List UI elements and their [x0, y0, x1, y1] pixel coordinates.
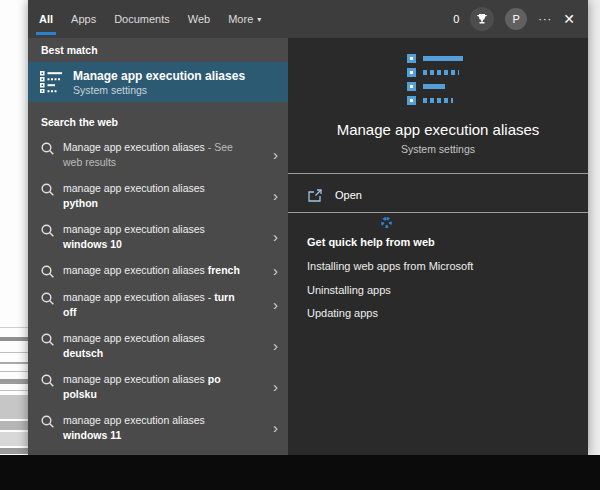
- desktop-line: [0, 395, 28, 419]
- web-suggestion[interactable]: Manage app execution aliases - See web r…: [28, 134, 288, 175]
- open-label: Open: [335, 189, 362, 201]
- rewards-trophy-icon[interactable]: [470, 7, 494, 31]
- search-icon: [41, 292, 54, 305]
- web-suggestion[interactable]: manage app execution aliases python ›: [28, 175, 288, 216]
- desktop-line: [0, 448, 28, 454]
- preview-panel: Manage app execution aliases System sett…: [288, 38, 588, 455]
- desktop-line: [0, 362, 28, 364]
- search-icon: [41, 224, 54, 237]
- best-match-result[interactable]: Manage app execution aliases System sett…: [28, 62, 288, 102]
- web-suggestion[interactable]: manage app execution aliases deutsch ›: [28, 325, 288, 366]
- windows-search-screen: All Apps Documents Web More▾ 0 P ··· ✕ B…: [0, 0, 600, 490]
- web-suggestion[interactable]: manage app execution aliases windows 11 …: [28, 407, 288, 448]
- search-icon: [41, 415, 54, 428]
- search-panels: Best match: [28, 38, 588, 455]
- results-panel: Best match: [28, 38, 288, 455]
- best-match-text: Manage app execution aliases System sett…: [73, 69, 245, 96]
- topbar-actions: 0 P ··· ✕: [453, 7, 588, 31]
- desktop-line: [0, 327, 28, 328]
- app-execution-aliases-icon-large: [407, 54, 469, 108]
- tab-documents[interactable]: Documents: [114, 0, 170, 38]
- divider: [288, 173, 588, 174]
- desktop-line: [0, 421, 28, 430]
- search-icon: [41, 265, 54, 278]
- chevron-down-icon: ▾: [257, 15, 261, 24]
- chevron-right-icon[interactable]: ›: [273, 265, 280, 277]
- suggestion-text: manage app execution aliases po polsku: [63, 372, 251, 401]
- best-match-subtitle: System settings: [73, 84, 245, 96]
- tab-more[interactable]: More▾: [228, 0, 261, 38]
- chevron-right-icon[interactable]: ›: [273, 149, 280, 161]
- help-link[interactable]: Installing web apps from Microsoft: [307, 260, 473, 272]
- preview-title: Manage app execution aliases: [288, 121, 588, 138]
- chevron-right-icon[interactable]: ›: [273, 190, 280, 202]
- open-action[interactable]: Open: [288, 179, 588, 211]
- tab-apps[interactable]: Apps: [71, 0, 96, 38]
- more-options-icon[interactable]: ···: [538, 13, 552, 25]
- tab-all[interactable]: All: [39, 0, 53, 38]
- web-suggestion[interactable]: manage app execution aliases french ›: [28, 257, 288, 284]
- search-web-header: Search the web: [28, 112, 288, 134]
- desktop-line: [0, 390, 28, 391]
- quick-help-header: Get quick help from web: [307, 236, 435, 248]
- help-link[interactable]: Updating apps: [307, 307, 378, 319]
- desktop-line: [0, 379, 28, 384]
- desktop-line: [0, 371, 28, 372]
- tab-web[interactable]: Web: [188, 0, 210, 38]
- suggestion-text: manage app execution aliases windows 10: [63, 222, 251, 251]
- search-flyout: All Apps Documents Web More▾ 0 P ··· ✕ B…: [28, 0, 588, 455]
- desktop-background-right: [588, 0, 600, 455]
- preview-subtitle: System settings: [288, 143, 588, 155]
- suggestion-text: Manage app execution aliases - See web r…: [63, 140, 251, 169]
- best-match-header: Best match: [28, 44, 288, 62]
- taskbar: Manage app execution aliases Python310 w…: [0, 455, 600, 490]
- search-icon: [41, 374, 54, 387]
- desktop-background-left: [0, 0, 28, 455]
- suggestion-text: manage app execution aliases deutsch: [63, 331, 251, 360]
- tab-more-label: More: [228, 13, 253, 25]
- desktop-line: [0, 337, 28, 341]
- open-icon: [308, 189, 322, 202]
- suggestion-text: manage app execution aliases python: [63, 181, 251, 210]
- chevron-right-icon[interactable]: ›: [273, 299, 280, 311]
- chevron-right-icon[interactable]: ›: [273, 422, 280, 434]
- search-icon: [41, 183, 54, 196]
- search-filter-bar: All Apps Documents Web More▾ 0 P ··· ✕: [28, 0, 588, 38]
- web-suggestion[interactable]: manage app execution aliases windows 10 …: [28, 216, 288, 257]
- app-execution-aliases-icon: [40, 71, 62, 93]
- chevron-right-icon[interactable]: ›: [273, 231, 280, 243]
- web-suggestion[interactable]: manage app execution aliases - turn off …: [28, 284, 288, 325]
- user-avatar[interactable]: P: [505, 8, 527, 30]
- chevron-right-icon[interactable]: ›: [273, 381, 280, 393]
- suggestion-text: manage app execution aliases french: [63, 263, 251, 278]
- loading-spinner-icon: [381, 217, 392, 228]
- web-suggestion[interactable]: manage app execution aliases po polsku ›: [28, 366, 288, 407]
- search-icon: [41, 142, 54, 155]
- suggestion-text: manage app execution aliases windows 11: [63, 413, 251, 442]
- suggestion-text: manage app execution aliases - turn off: [63, 290, 251, 319]
- chevron-right-icon[interactable]: ›: [273, 340, 280, 352]
- search-icon: [41, 333, 54, 346]
- desktop-line: [0, 352, 28, 353]
- close-icon[interactable]: ✕: [563, 11, 575, 27]
- rewards-count: 0: [453, 13, 459, 25]
- divider: [288, 212, 588, 213]
- best-match-title: Manage app execution aliases: [73, 69, 245, 83]
- help-link[interactable]: Uninstalling apps: [307, 284, 391, 296]
- desktop-line: [0, 432, 28, 446]
